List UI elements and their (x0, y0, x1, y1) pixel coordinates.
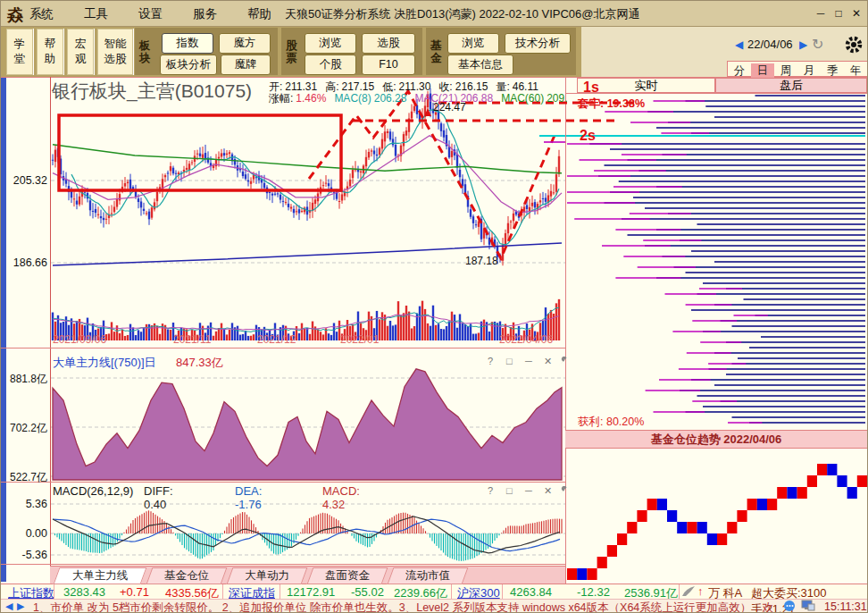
group-button-魔牌[interactable]: 魔牌 (221, 55, 271, 75)
divider (50, 77, 51, 566)
app-title: 天狼50证券分析系统 决胜D013(鸿蒙) 2022-02-10 VIPC06@… (285, 6, 640, 22)
volume-profile-chart[interactable] (566, 94, 867, 429)
dadan-minimize-icon[interactable]: ─ (525, 356, 532, 366)
toolbar-button-zhineng[interactable]: 智能选股 (97, 29, 133, 75)
tab-afterhours[interactable]: 盘后 (715, 78, 867, 93)
group-button-指数[interactable]: 指数 (162, 33, 213, 54)
menu-item-2[interactable]: 设置 (133, 4, 168, 24)
group-button-技术分析[interactable]: 技术分析 (505, 33, 571, 54)
dadan-wrench-icon[interactable] (558, 357, 568, 366)
macd-axis-label: 5.36 (3, 498, 47, 510)
ma-value: 209. (547, 92, 567, 105)
dadan-panel-title: 大单主力线[(750)]日 (53, 355, 156, 371)
period-tab-季[interactable]: 季 (821, 63, 844, 78)
period-tab-年[interactable]: 年 (844, 63, 867, 78)
menu-item-0[interactable]: 系统 (24, 4, 59, 24)
menu-item-4[interactable]: 帮助 (242, 4, 277, 24)
divider (502, 584, 503, 599)
date-next-arrow[interactable]: ▶ (799, 38, 807, 51)
macd-wrench-icon[interactable] (558, 486, 568, 496)
group-button-魔方[interactable]: 魔方 (219, 33, 271, 54)
toolbar-group-label: 股票 (286, 39, 297, 64)
volume-pane[interactable] (51, 280, 565, 342)
group-button-选股[interactable]: 选股 (362, 33, 415, 54)
date-prev-arrow[interactable]: ◀ (735, 38, 743, 51)
toolbar-group-label-line: 板 (139, 39, 151, 52)
macd-help-icon[interactable]: ? (488, 485, 493, 496)
toolbar-group-label-line: 块 (139, 52, 151, 64)
macd-axis-label: 0.00 (3, 527, 47, 540)
toolbar-group-label: 基金 (430, 39, 442, 64)
index-value: 12172.91 (287, 585, 335, 599)
toolbar-group-label-line: 基 (430, 39, 442, 52)
macd-restore-icon[interactable]: □ (506, 485, 513, 496)
dadan-restore-icon[interactable]: □ (506, 356, 513, 366)
group-button-基本信息[interactable]: 基本信息 (447, 55, 513, 75)
toolbar-button-bangzhu[interactable]: 帮助 (37, 29, 63, 75)
chat-icon[interactable] (783, 600, 797, 612)
divider (1, 564, 566, 565)
maximize-button[interactable]: □ (830, 7, 847, 20)
refresh-icon[interactable]: ↻ (812, 36, 823, 53)
index-change: -55.02 (351, 585, 384, 599)
index-value: 4263.84 (510, 585, 552, 599)
macd-chart[interactable] (51, 498, 565, 564)
menu-item-3[interactable]: 服务 (188, 4, 222, 24)
divider (1, 482, 566, 483)
gear-icon[interactable] (844, 35, 864, 55)
toolbar-button-label: 宏 (68, 37, 93, 52)
bottom-tab-盘面资金[interactable]: 盘面资金 (307, 567, 388, 584)
toolbar-button-xuetang[interactable]: 学堂 (6, 29, 33, 75)
bottom-tab-流动市值[interactable]: 流动市值 (388, 567, 469, 584)
ticker-next-arrow[interactable]: ▶ (17, 600, 24, 612)
period-tab-分[interactable]: 分 (728, 63, 751, 78)
fund-trend-chart[interactable] (566, 448, 867, 584)
trough-value-label: 187.18 (465, 255, 498, 267)
dadan-axis-label: 881.8亿 (3, 372, 47, 387)
status-bar: 上证指数3283.43+0.714335.56亿深证成指12172.91-55.… (1, 584, 868, 599)
menu-bar: 系统工具设置服务帮助 (24, 4, 296, 22)
bottom-tab-大单主力线[interactable]: 大单主力线 (54, 567, 147, 584)
dadan-chart[interactable] (51, 367, 565, 482)
minimize-button[interactable]: ─ (812, 7, 830, 20)
chart-title: 银行板块_主营(B01075) (52, 79, 252, 104)
index-change: +0.71 (120, 585, 149, 599)
divider (679, 584, 680, 599)
macd-panel-title: MACD(26,12,9) (53, 484, 133, 498)
macd-close-icon[interactable]: ✕ (544, 485, 552, 497)
period-tab-bar: 分日周月季年 (727, 61, 868, 77)
toolbar-button-hongguan[interactable]: 宏观 (67, 29, 94, 75)
menu-item-1[interactable]: 工具 (79, 4, 113, 24)
ma-label: MAC(60) (501, 92, 544, 105)
period-tab-日[interactable]: 日 (751, 63, 774, 78)
group-button-板块分析[interactable]: 板块分析 (160, 55, 217, 75)
toolbar-group-label-line: 金 (430, 52, 442, 64)
group-button-个股[interactable]: 个股 (305, 55, 356, 75)
group-button-浏览[interactable]: 浏览 (447, 33, 499, 54)
bottom-tab-label: 大单主力线 (57, 568, 143, 584)
period-tab-月[interactable]: 月 (797, 63, 821, 78)
ticker-text: 1、市价单 改为 5档市价剩余转限价。 2、追加报价单位 除市价单也生效。3、L… (33, 600, 773, 613)
date-axis-label: 2021/09/06 (53, 333, 106, 346)
bottom-tab-基金仓位[interactable]: 基金仓位 (146, 567, 228, 584)
ticker-prev-arrow[interactable]: ◀ (5, 600, 13, 612)
close-button[interactable]: ✕ (847, 7, 865, 20)
macd-minimize-icon[interactable]: ─ (525, 485, 532, 496)
divider (280, 584, 280, 599)
date-axis-label: 2022/01 (340, 333, 379, 346)
bottom-tab-label: 流动市值 (391, 568, 464, 584)
group-button-F10[interactable]: F10 (362, 55, 415, 75)
dadan-help-icon[interactable]: ? (488, 356, 493, 366)
dadan-close-icon[interactable]: ✕ (544, 356, 552, 367)
toolbar-button-label: 选股 (98, 52, 132, 67)
group-button-浏览[interactable]: 浏览 (305, 33, 356, 54)
date-value: 22/04/06 (747, 38, 793, 51)
period-tab-周[interactable]: 周 (774, 63, 797, 78)
bottom-tab-大单动力[interactable]: 大单动力 (227, 567, 308, 584)
divider (222, 584, 223, 599)
annotation-2s-label: 2s (580, 128, 596, 144)
price-axis-label: 186.66 (3, 256, 47, 269)
index-value: 3283.43 (63, 585, 105, 599)
monitor-icon[interactable] (801, 600, 815, 612)
macd-axis-label: -5.36 (3, 549, 47, 561)
